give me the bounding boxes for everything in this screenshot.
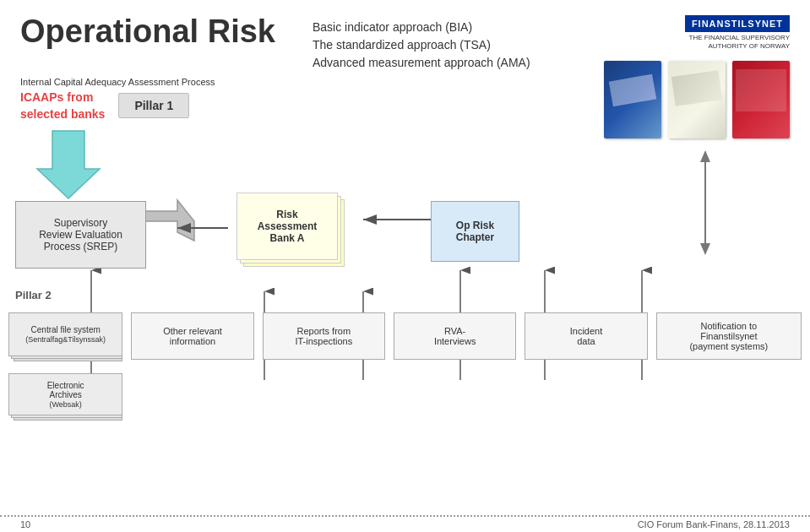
logo-area: FINANSTILSYNET THE FINANCIAL SUPERVISORY…: [685, 15, 790, 52]
cf-label: Central file system(Sentralfag&Tilsynssa…: [25, 325, 106, 344]
approach-tsa: The standardized approach (TSA): [313, 36, 530, 54]
icaap-label: ICAAPs fromselected banks: [20, 89, 105, 122]
incident-label: Incidentdata: [570, 326, 603, 346]
book-thumbnails: [604, 61, 790, 138]
op-risk-box: Op RiskChapter: [431, 201, 519, 262]
book-light: [668, 61, 726, 138]
approach-ama: Advanced measurement approach (AMA): [313, 54, 530, 72]
ra-card-front: RiskAssessmentBank A: [236, 193, 338, 260]
rva-label: RVA-Interviews: [434, 326, 476, 346]
notification-box: Notification toFinanstilsynet(payment sy…: [656, 312, 802, 360]
ea-card-front: ElectronicArchives(Websak): [8, 373, 122, 415]
reports-it-box: Reports fromIT-inspections: [263, 312, 385, 360]
down-arrow-head: [700, 243, 710, 255]
incident-box: Incidentdata: [525, 312, 647, 360]
icaap-down-arrow: [37, 131, 100, 198]
logo-name: FINANSTILSYNET: [685, 15, 790, 32]
central-file-group: Central file system(Sentralfag&Tilsynssa…: [8, 312, 122, 426]
approaches-list: Basic indicator approach (BIA) The stand…: [313, 19, 530, 72]
srep-label: SupervisoryReview EvaluationProcess (SRE…: [39, 217, 122, 252]
page-title: Operational Risk: [20, 15, 275, 47]
other-relevant-label: Other relevantinformation: [163, 326, 222, 346]
ea-label: ElectronicArchives(Websak): [47, 381, 84, 409]
op-risk-label: Op RiskChapter: [456, 220, 494, 243]
footer-page: 10: [20, 519, 30, 529]
approach-bia: Basic indicator approach (BIA): [313, 19, 530, 36]
logo-sub: THE FINANCIAL SUPERVISORY AUTHORITY OF N…: [689, 34, 790, 52]
rva-box: RVA-Interviews: [394, 312, 516, 360]
reports-it-label: Reports fromIT-inspections: [295, 326, 352, 346]
pillar1-box: Pillar 1: [118, 93, 189, 118]
srep-box: SupervisoryReview EvaluationProcess (SRE…: [15, 201, 146, 269]
other-relevant-box: Other relevantinformation: [131, 312, 253, 360]
electronic-archives-stack: ElectronicArchives(Websak): [8, 373, 122, 426]
up-arrow-head: [700, 150, 710, 162]
footer-credit: CIO Forum Bank-Finans, 28.11.2013: [638, 519, 790, 529]
ra-label: RiskAssessmentBank A: [258, 209, 318, 244]
book-blue: [604, 61, 661, 138]
cf-card-front: Central file system(Sentralfag&Tilsynssa…: [8, 312, 122, 356]
book-red: [732, 61, 790, 138]
pillar2-label: Pillar 2: [15, 289, 52, 301]
bottom-boxes-row: Central file system(Sentralfag&Tilsynssa…: [8, 312, 802, 426]
notification-label: Notification toFinanstilsynet(payment sy…: [689, 321, 768, 351]
arrow-into-srep: [144, 200, 194, 241]
central-file-stack: Central file system(Sentralfag&Tilsynssa…: [8, 312, 122, 365]
footer: 10 CIO Forum Bank-Finans, 28.11.2013: [0, 515, 810, 532]
